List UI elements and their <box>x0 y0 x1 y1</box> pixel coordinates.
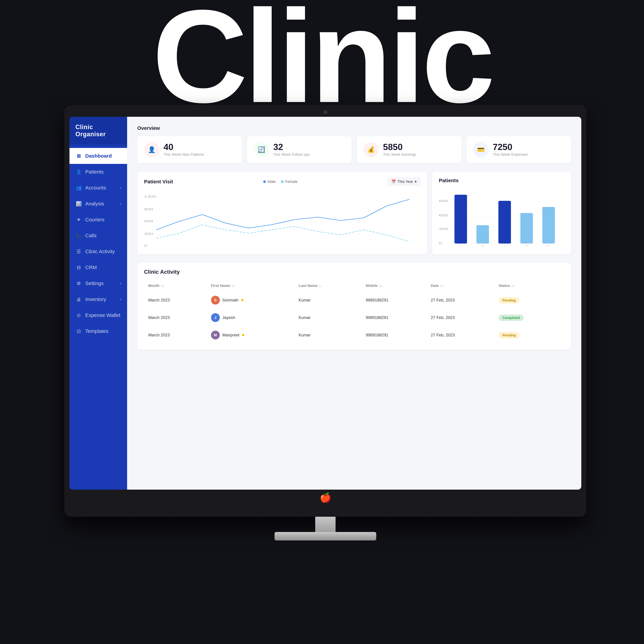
monitor-bezel: Clinic Organiser ⊞ Dashboard 👤 Patients … <box>64 105 586 517</box>
sidebar-label-couriers: Couriers <box>85 217 104 223</box>
row1-last-name: Kumar <box>294 291 361 309</box>
svg-rect-32 <box>498 201 511 244</box>
crm-icon: ⊟ <box>75 264 82 271</box>
monitor-stand <box>64 517 586 540</box>
follow-ups-icon: 🔄 <box>258 146 265 153</box>
new-patients-info: 40 This Week New Patients <box>164 143 204 157</box>
follow-ups-icon-bg: 🔄 <box>254 142 269 157</box>
settings-icon: ⚙ <box>75 280 82 287</box>
stat-card-follow-ups: 🔄 32 This Week Follow ups <box>247 136 352 163</box>
settings-arrow: › <box>120 281 121 286</box>
svg-text:T: T <box>481 245 484 246</box>
patients-icon: 👤 <box>75 169 82 175</box>
apple-logo: 🍎 <box>320 492 331 503</box>
col-date: Date ↑↓ <box>427 280 494 291</box>
stat-card-earnings: 💰 5850 This Week Earnings <box>357 136 461 163</box>
sidebar-item-patients[interactable]: 👤 Patients <box>69 164 127 180</box>
row3-status-dot <box>242 334 244 336</box>
webcam-dot <box>323 110 327 114</box>
row1-mobile: 9989188291 <box>361 291 427 309</box>
sidebar-item-crm[interactable]: ⊟ CRM <box>69 259 127 275</box>
dashboard-icon: ⊞ <box>75 153 82 159</box>
sidebar-item-accounts[interactable]: 👥 Accounts › <box>69 180 127 196</box>
svg-text:0: 0 <box>144 244 147 248</box>
templates-icon: ⊡ <box>75 328 82 334</box>
svg-text:T: T <box>525 245 528 246</box>
sidebar-brand: Clinic Organiser <box>69 117 127 145</box>
sidebar-item-dashboard[interactable]: ⊞ Dashboard <box>69 148 127 164</box>
svg-text:F: F <box>547 245 550 246</box>
overview-title: Overview <box>137 125 571 131</box>
patient-visit-chart-header: Patient Visit Male Female 📅 <box>144 178 420 186</box>
earnings-icon: 💰 <box>367 146 375 153</box>
row3-avatar: M <box>211 331 220 339</box>
stats-row: 👤 40 This Week New Patients 🔄 32 <box>137 136 571 163</box>
charts-row: Patient Visit Male Female 📅 <box>137 172 571 254</box>
sidebar-label-settings: Settings <box>85 280 104 286</box>
sidebar-label-calls: Calls <box>85 233 97 238</box>
sidebar-item-templates[interactable]: ⊡ Templates <box>69 323 127 339</box>
sidebar-item-clinic-activity[interactable]: ☰ Clinic Activity <box>69 244 127 259</box>
expenses-icon-bg: 💳 <box>473 142 489 157</box>
row2-first-name: J Jayesh <box>207 309 294 326</box>
inventory-arrow: › <box>120 297 121 301</box>
svg-text:900: 900 <box>439 199 448 203</box>
new-patients-icon: 👤 <box>148 146 156 153</box>
follow-ups-value: 32 <box>273 143 310 151</box>
expenses-label: This Week Expenses <box>493 152 528 157</box>
analysis-arrow: › <box>120 202 121 206</box>
row1-date: 27 Feb, 2023 <box>427 291 494 309</box>
svg-text:600: 600 <box>144 219 153 223</box>
row3-avatar-cell: M Manpreet <box>211 331 290 339</box>
clinic-activity-icon: ☰ <box>75 248 82 255</box>
row3-month: March 2023 <box>144 326 207 344</box>
table-row: March 2023 M Manpreet Kumar 9989188 <box>144 326 564 344</box>
sidebar-item-calls[interactable]: 📞 Calls <box>69 228 127 244</box>
svg-rect-31 <box>477 225 489 244</box>
legend-female-dot <box>281 180 284 183</box>
row2-last-name: Kumar <box>294 309 361 326</box>
chart-legend: Male Female <box>263 179 298 184</box>
svg-text:300: 300 <box>439 227 448 231</box>
new-patients-label: This Week New Patients <box>164 152 204 157</box>
legend-male: Male <box>263 179 276 184</box>
clinic-activity-table: Month ↑↓ First Name ↑↓ Last Name ↑↓ Mobi… <box>144 280 564 344</box>
sidebar-item-inventory[interactable]: 🖨 Inventory › <box>69 291 127 307</box>
patient-visit-chart-area: 0 300 600 900 1300 <box>144 191 420 248</box>
row1-status-badge: Pending <box>499 297 519 304</box>
sidebar-label-patients: Patients <box>85 169 104 175</box>
filter-label: This Year <box>398 179 413 184</box>
col-mobile: Mobile ↑↓ <box>361 280 427 291</box>
sidebar-item-expense-wallet[interactable]: ⊙ Expense Wallet <box>69 307 127 323</box>
row2-month: March 2023 <box>144 309 207 326</box>
bezel-bottom: 🍎 <box>69 490 581 503</box>
row1-status-dot <box>241 299 244 301</box>
new-patients-value: 40 <box>164 143 204 151</box>
chart-year-filter[interactable]: 📅 This Year ▾ <box>388 178 420 186</box>
row3-name-text: Manpreet <box>222 333 239 337</box>
main-content: Overview 👤 40 This Week New Patients <box>127 117 581 490</box>
row2-avatar: J <box>211 313 220 322</box>
row3-last-name: Kumar <box>294 326 361 344</box>
sidebar-label-accounts: Accounts <box>85 185 106 191</box>
sidebar-item-couriers[interactable]: ✈ Couriers <box>69 212 127 228</box>
expenses-value: 7250 <box>493 143 528 151</box>
patients-bar-chart: Patients 0 300 600 900 <box>432 172 571 254</box>
row1-status: Pending <box>494 291 564 309</box>
legend-male-dot <box>263 180 266 183</box>
clinic-activity-title: Clinic Activity <box>144 269 564 275</box>
col-status: Status ↑↓ <box>494 280 564 291</box>
bg-clinic-title: Clinic <box>0 0 644 112</box>
new-patients-icon-bg: 👤 <box>144 142 159 157</box>
sidebar-item-settings[interactable]: ⚙ Settings › <box>69 275 127 291</box>
row1-avatar: S <box>211 296 220 305</box>
sidebar-item-analysis[interactable]: 📊 Analysis › <box>69 196 127 212</box>
table-body: March 2023 S Somnath Kumar 99891882 <box>144 291 564 344</box>
patient-visit-chart: Patient Visit Male Female 📅 <box>137 172 427 254</box>
row1-name-text: Somnath <box>222 298 239 303</box>
row2-name-text: Jayesh <box>222 315 235 320</box>
svg-text:M: M <box>458 245 463 246</box>
calendar-icon: 📅 <box>391 179 396 184</box>
stat-card-new-patients: 👤 40 This Week New Patients <box>137 136 242 163</box>
expenses-info: 7250 This Week Expenses <box>493 143 528 157</box>
